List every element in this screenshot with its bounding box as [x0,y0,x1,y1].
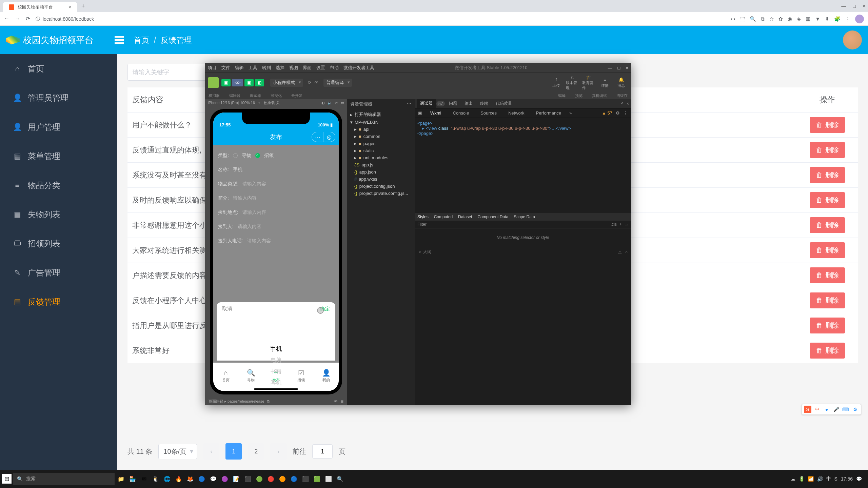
ext-icon[interactable]: ▼ [815,16,820,22]
compile-select[interactable]: 普通编译 [323,79,352,87]
devtools-titlebar[interactable]: 项目文件编辑工具转到选择视图界面设置帮助微信开发者工具 微信开发者工具 Stab… [205,63,631,73]
file-projprivate[interactable]: {} project.private.config.js... [347,190,415,197]
devtools-menu-item[interactable]: 设置 [316,65,325,71]
delete-button[interactable]: 🗑删除 [810,167,845,183]
page-size-select[interactable]: 10条/页 [158,444,197,459]
plus-icon[interactable]: + [619,222,622,227]
radio-found[interactable] [255,153,260,158]
tab-wxml[interactable]: Wxml [427,109,445,117]
filter-input[interactable]: Filter [417,222,427,227]
devtools-menu-item[interactable]: 工具 [249,65,257,71]
devtools-menu-item[interactable]: 帮助 [330,65,339,71]
user-avatar[interactable] [843,30,862,49]
ime-icon[interactable]: ● [823,406,830,413]
upload-button[interactable]: ⤴上传 [550,77,563,89]
delete-button[interactable]: 🗑删除 [810,318,845,333]
more-icon[interactable]: ⋮ [623,110,628,116]
task-icon[interactable]: 🟣 [220,473,230,485]
task-icon[interactable]: 📁 [116,473,126,485]
version-button[interactable]: ⎌版本管理 [566,77,579,89]
sidebar-item-category[interactable]: ≡物品分类 [0,171,117,200]
sim-foot-icon[interactable]: 👁 [334,399,338,403]
crumb-home[interactable]: 首页 [134,35,149,45]
folder-api[interactable]: ▸ ■ api [347,126,415,133]
reload-icon[interactable]: ⟳ [26,16,30,22]
task-icon[interactable]: 🔵 [289,473,299,485]
ime-mic-icon[interactable]: 🎤 [832,406,840,413]
maximize-icon[interactable]: □ [853,3,855,9]
extensions-icon[interactable]: 🧩 [834,16,841,22]
picker-option[interactable]: 电脑 [217,355,335,366]
style-tab-styles[interactable]: Styles [417,215,429,219]
task-icon[interactable]: 🟢 [254,473,264,485]
capsule-menu-icon[interactable]: ⋯ [312,132,323,142]
ext-icon[interactable]: ◈ [797,16,801,22]
mode-button[interactable]: ▣ [221,79,231,86]
delete-button[interactable]: 🗑删除 [810,343,845,359]
devtools-menu-item[interactable]: 项目 [208,65,217,71]
mode-button[interactable]: </> [232,79,243,86]
picker-option[interactable]: 耳机 [217,377,335,388]
folder-static[interactable]: ▸ ■ static [347,147,415,154]
notifications-icon[interactable]: 💬 [856,476,862,482]
close-window-icon[interactable]: × [863,3,865,9]
cls-toggle[interactable]: .cls [611,222,617,227]
outer-tab-problems[interactable]: 问题 [446,99,460,108]
explorer-root[interactable]: ▾ MP-WEIXIN [347,119,415,126]
ext-icon[interactable]: ⬚ [740,16,745,22]
delete-button[interactable]: 🗑删除 [810,267,845,283]
tab-sources[interactable]: Sources [477,109,500,117]
warnings-badge[interactable]: ▲ 57 [602,110,612,116]
picker-wheel[interactable]: 手机 电脑 书籍 耳机 [217,316,335,388]
capsule-button[interactable]: ⋯◎ [312,132,335,142]
sim-icon[interactable]: ▭ [341,101,344,105]
outer-tab-quality[interactable]: 代码质量 [492,99,515,108]
style-tab-scopedata[interactable]: Scope Data [514,215,535,219]
ime-keyboard-icon[interactable]: ⌨ [842,406,849,413]
task-icon[interactable]: 🔍 [335,473,345,485]
new-tab-button[interactable]: + [81,3,85,10]
person-input[interactable]: 请输入内容 [238,224,261,230]
ext-icon[interactable]: ⬇ [825,16,829,22]
loc-input[interactable]: 请输入内容 [242,209,266,216]
close-icon[interactable]: × [626,65,628,70]
folder-unimodules[interactable]: ▸ ■ uni_modules [347,154,415,161]
menu-icon[interactable]: ⋮ [845,16,850,22]
sidebar-item-ads[interactable]: ✎广告管理 [0,258,117,287]
outer-tab-output[interactable]: 输出 [461,99,476,108]
explorer-more-icon[interactable]: ⋯ [407,101,411,107]
explorer-open-editors[interactable]: ▸ 打开的编辑器 [347,110,415,119]
picker-cancel[interactable]: 取消 [222,306,232,312]
task-icon[interactable]: ⬛ [300,473,311,485]
sidebar-item-lost[interactable]: ▤失物列表 [0,200,117,229]
refresh-icon[interactable]: ⟳ [308,80,312,85]
delete-button[interactable]: 🗑删除 [810,142,845,158]
task-icon[interactable]: ⬜ [323,473,334,485]
file-appwxss[interactable]: # app.wxss [347,176,415,183]
page-path[interactable]: 页面路径 ▸ pages/release/release [209,399,264,404]
dom-tree[interactable]: <page> ▸ <view class="u-wrap u-wrap u-p-… [415,118,631,213]
minimize-icon[interactable]: — [608,65,612,70]
ime-logo-icon[interactable]: S [804,406,811,413]
picker-overlay[interactable]: 取消 确定 手机 电脑 书籍 耳机 [217,302,335,361]
mode-button[interactable]: ◧ [255,79,264,86]
close-icon[interactable]: ○ [625,250,628,255]
maximize-icon[interactable]: □ [618,65,620,70]
ext-icon[interactable]: ◉ [788,16,792,22]
sidebar-item-feedback[interactable]: ▤反馈管理 [0,287,117,317]
dom-node[interactable]: </page> [417,131,434,136]
delete-button[interactable]: 🗑删除 [810,217,845,233]
copy-icon[interactable]: ⧉ [267,399,270,404]
wptype-input[interactable]: 请输入内容 [242,181,266,187]
folder-pages[interactable]: ▸ ■ pages [347,140,415,147]
ext-icon[interactable]: ▦ [806,16,810,22]
tray-icon[interactable]: S [834,476,837,482]
warn-icon[interactable]: ⚠ [618,250,622,255]
inspect-icon[interactable]: ▣ [418,110,422,116]
start-button[interactable]: ⊞ [2,474,12,484]
close-tab-icon[interactable]: × [68,4,71,10]
devtools-menu-item[interactable]: 编辑 [235,65,244,71]
file-appjs[interactable]: JS app.js [347,161,415,168]
collapse-icon[interactable]: ^ [621,101,623,106]
more-tabs-icon[interactable]: » [569,110,572,116]
